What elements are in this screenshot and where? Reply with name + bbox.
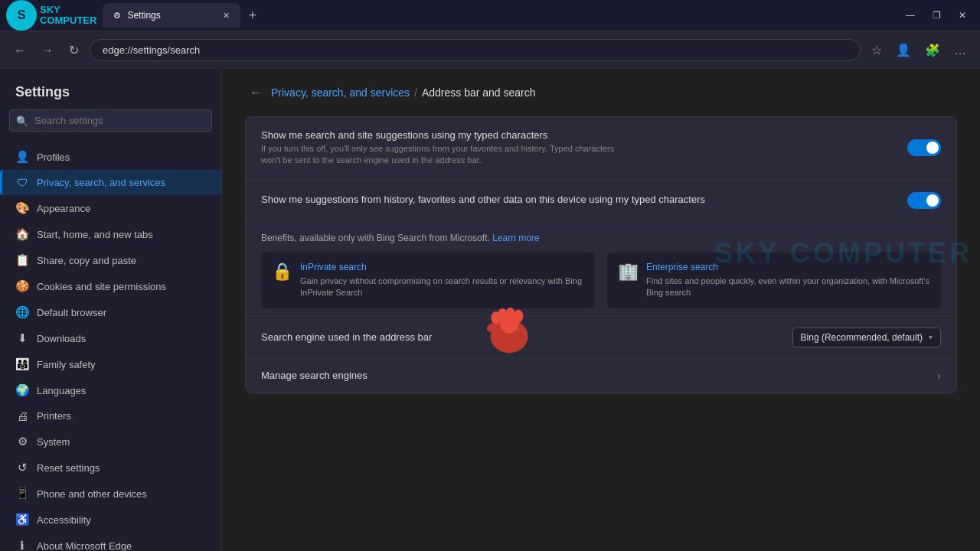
sidebar-item-phone[interactable]: 📱 Phone and other devices	[0, 481, 221, 507]
setting-label-toggle2: Show me suggestions from history, favori…	[261, 194, 892, 205]
appearance-icon: 🎨	[15, 201, 29, 215]
printers-icon: 🖨	[15, 409, 29, 422]
sidebar-item-label: Accessibility	[37, 514, 91, 526]
system-icon: ⚙	[15, 435, 29, 448]
sidebar-item-accessibility[interactable]: ♿ Accessibility	[0, 507, 221, 533]
benefit-card-info: Enterprise search Find sites and people …	[646, 262, 930, 299]
toggle2-slider	[907, 192, 941, 209]
sidebar-item-label: Profiles	[37, 152, 70, 163]
family-safety-icon: 👨‍👩‍👧	[15, 357, 29, 371]
tab-close-button[interactable]: ✕	[223, 11, 230, 21]
toolbar-icons: ☆ 👤 🧩 …	[867, 40, 971, 60]
breadcrumb-parent-link[interactable]: Privacy, search, and services	[271, 86, 410, 99]
content-wrapper: ← Privacy, search, and services / Addres…	[245, 84, 957, 393]
setting-row-toggle1: Show me search and site suggestions usin…	[246, 117, 956, 180]
tab-favicon: ⚙	[113, 11, 121, 21]
sidebar-item-printers[interactable]: 🖨 Printers	[0, 403, 221, 429]
cookies-icon: 🍪	[15, 279, 29, 293]
enterprise-desc: Find sites and people quickly, even with…	[646, 276, 930, 299]
sidebar-item-cookies[interactable]: 🍪 Cookies and site permissions	[0, 273, 221, 299]
favorites-button[interactable]: ☆	[867, 40, 887, 60]
breadcrumb-current: Address bar and search	[422, 86, 536, 99]
active-tab[interactable]: ⚙ Settings ✕	[103, 3, 240, 28]
sidebar-item-label: Start, home, and new tabs	[37, 229, 153, 240]
new-tab-button[interactable]: +	[242, 5, 263, 27]
sidebar-item-label: Phone and other devices	[37, 488, 147, 500]
sidebar-item-label: Printers	[37, 410, 71, 422]
extensions-button[interactable]: 🧩	[920, 40, 945, 60]
manage-label: Manage search engines	[261, 370, 368, 381]
sidebar-item-appearance[interactable]: 🎨 Appearance	[0, 195, 221, 221]
setting-info-toggle2: Show me suggestions from history, favori…	[261, 194, 892, 207]
setting-info-toggle1: Show me search and site suggestions usin…	[261, 129, 892, 167]
sidebar-item-label: About Microsoft Edge	[37, 540, 132, 552]
profiles-icon: 👤	[15, 150, 29, 164]
search-icon: 🔍	[16, 115, 28, 126]
reset-icon: ↺	[15, 461, 29, 474]
search-engine-dropdown[interactable]: Bing (Recommended, default) ▾	[792, 328, 941, 347]
setting-label-toggle1: Show me search and site suggestions usin…	[261, 129, 892, 141]
inprivate-desc: Gain privacy without compromising on sea…	[300, 276, 584, 299]
sidebar-item-share-copy[interactable]: 📋 Share, copy and paste	[0, 247, 221, 273]
toggle1[interactable]	[907, 139, 941, 156]
sidebar-item-label: Share, copy and paste	[37, 255, 136, 266]
toggle2[interactable]	[907, 192, 941, 209]
inprivate-title[interactable]: InPrivate search	[300, 262, 584, 272]
search-settings-input[interactable]	[9, 109, 212, 132]
sidebar-item-default-browser[interactable]: 🌐 Default browser	[0, 299, 221, 325]
sidebar-item-privacy[interactable]: 🛡 Privacy, search, and services	[0, 170, 221, 195]
address-bar-row: ← → ↻ ☆ 👤 🧩 …	[0, 31, 980, 69]
logo-icon: S	[6, 0, 37, 31]
search-engine-label: Search engine used in the address bar	[261, 331, 432, 343]
sidebar: Settings 🔍 👤 Profiles 🛡 Privacy, search,…	[0, 69, 222, 551]
back-button[interactable]: ←	[9, 41, 31, 60]
main-area: Settings 🔍 👤 Profiles 🛡 Privacy, search,…	[0, 69, 980, 551]
sidebar-item-family-safety[interactable]: 👨‍👩‍👧 Family safety	[0, 351, 221, 377]
profile-button[interactable]: 👤	[891, 40, 916, 60]
sidebar-search: 🔍	[9, 109, 212, 132]
enterprise-title[interactable]: Enterprise search	[646, 262, 930, 272]
manage-search-engines-row[interactable]: Manage search engines ›	[246, 359, 956, 393]
chevron-right-icon: ›	[937, 370, 941, 382]
benefits-row: Benefits, available only with Bing Searc…	[246, 222, 956, 317]
search-engine-value: Bing (Recommended, default)	[801, 332, 923, 343]
sidebar-item-downloads[interactable]: ⬇ Downloads	[0, 325, 221, 351]
tab-label: Settings	[127, 10, 160, 21]
benefits-label: Benefits, available only with Bing Searc…	[261, 233, 941, 243]
close-button[interactable]: ✕	[951, 7, 974, 24]
benefit-card-inprivate: 🔒 InPrivate search Gain privacy without …	[261, 253, 595, 308]
sidebar-item-about[interactable]: ℹ About Microsoft Edge	[0, 533, 221, 551]
share-copy-icon: 📋	[15, 253, 29, 267]
phone-icon: 📱	[15, 487, 29, 500]
breadcrumb-back-button[interactable]: ←	[245, 84, 266, 101]
settings-more-button[interactable]: …	[949, 41, 971, 60]
window-controls: — ❐ ✕	[899, 7, 974, 24]
sidebar-item-start-home[interactable]: 🏠 Start, home, and new tabs	[0, 221, 221, 247]
sidebar-item-reset[interactable]: ↺ Reset settings	[0, 455, 221, 481]
content-area: ← Privacy, search, and services / Addres…	[222, 69, 980, 551]
sidebar-item-label: Reset settings	[37, 462, 100, 474]
benefits-cards: 🔒 InPrivate search Gain privacy without …	[261, 253, 941, 308]
sidebar-item-label: Privacy, search, and services	[37, 177, 165, 188]
minimize-button[interactable]: —	[899, 7, 922, 24]
dropdown-arrow-icon: ▾	[929, 333, 933, 341]
forward-button[interactable]: →	[37, 41, 58, 60]
about-icon: ℹ	[15, 539, 29, 551]
sidebar-item-profiles[interactable]: 👤 Profiles	[0, 144, 221, 170]
tab-bar: ⚙ Settings ✕ +	[103, 3, 893, 28]
reload-button[interactable]: ↻	[64, 40, 83, 60]
default-browser-icon: 🌐	[15, 305, 29, 319]
address-input[interactable]	[90, 39, 861, 61]
restore-button[interactable]: ❐	[925, 7, 948, 24]
sidebar-item-label: Family safety	[37, 359, 96, 370]
benefit-card-enterprise: 🏢 Enterprise search Find sites and peopl…	[607, 253, 941, 308]
downloads-icon: ⬇	[15, 331, 29, 345]
sidebar-item-label: Downloads	[37, 333, 86, 344]
sidebar-item-languages[interactable]: 🌍 Languages	[0, 377, 221, 403]
accessibility-icon: ♿	[15, 513, 29, 527]
privacy-icon: 🛡	[15, 176, 29, 189]
toggle1-slider	[907, 139, 941, 156]
sidebar-item-system[interactable]: ⚙ System	[0, 429, 221, 455]
learn-more-link[interactable]: Learn more	[492, 233, 539, 243]
start-home-icon: 🏠	[15, 227, 29, 241]
